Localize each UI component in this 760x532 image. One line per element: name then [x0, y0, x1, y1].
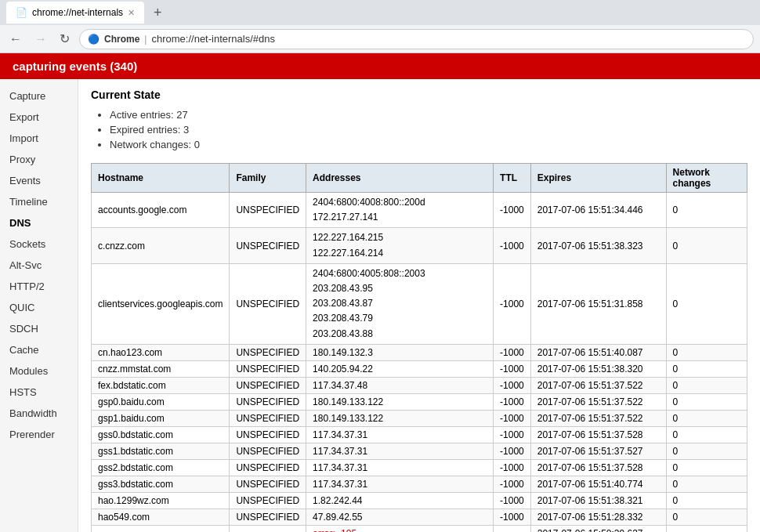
- table-cell-family: UNSPECIFIED: [230, 410, 306, 426]
- tab-close-button[interactable]: ✕: [128, 8, 135, 18]
- sidebar-item-import[interactable]: Import: [0, 128, 78, 149]
- table-cell-ttl: -1000: [494, 476, 531, 492]
- capture-bar: capturing events (340): [0, 53, 760, 79]
- table-cell-addresses: 117.34.37.31: [306, 476, 494, 492]
- table-row: gss2.bdstatic.comUNSPECIFIED117.34.37.31…: [92, 459, 747, 476]
- table-cell-ttl: -1000: [494, 525, 531, 532]
- table-cell-addresses: 180.149.133.122: [306, 410, 494, 426]
- back-button[interactable]: ←: [6, 31, 25, 48]
- table-cell-addresses: error: -105 (ERR_NAME_NOT_RESOLVED): [306, 525, 494, 532]
- table-row: hao549.comUNSPECIFIED47.89.42.55-1000201…: [92, 508, 747, 525]
- table-row: clientservices.googleapis.comUNSPECIFIED…: [92, 263, 747, 344]
- table-cell-family: UNSPECIFIED: [230, 228, 306, 263]
- table-cell-family: UNSPECIFIED: [230, 263, 306, 344]
- main-content: Current State Active entries: 27Expired …: [78, 79, 760, 532]
- table-cell-expires: 2017-07-06 15:51:38.323: [530, 228, 666, 263]
- table-row: gss1.bdstatic.comUNSPECIFIED117.34.37.31…: [92, 443, 747, 459]
- table-cell-hostname: gss3.bdstatic.com: [92, 476, 230, 492]
- table-cell-hostname: hao.1299wz.com: [92, 492, 230, 508]
- table-cell-addresses: 1.82.242.44: [306, 492, 494, 508]
- table-cell-family: UNSPECIFIED: [230, 426, 306, 443]
- chrome-icon: 🔵: [88, 34, 100, 45]
- sidebar-item-timeline[interactable]: Timeline: [0, 191, 78, 212]
- table-cell-family: UNSPECIFIED: [230, 492, 306, 508]
- table-header-expires: Expires: [530, 164, 666, 193]
- sidebar-item-hsts[interactable]: HSTS: [0, 382, 78, 403]
- table-cell-network_changes: 0: [666, 443, 747, 459]
- table-cell-network_changes: 0: [666, 492, 747, 508]
- browser-tab[interactable]: 📄 chrome://net-internals ✕: [6, 2, 144, 24]
- table-cell-ttl: -1000: [494, 426, 531, 443]
- table-cell-hostname: gss2.bdstatic.com: [92, 459, 230, 476]
- table-cell-expires: 2017-07-06 15:51:38.320: [530, 360, 666, 377]
- table-cell-network_changes: 0: [666, 228, 747, 263]
- table-cell-family: UNSPECIFIED: [230, 360, 306, 377]
- sidebar-item-sdch[interactable]: SDCH: [0, 318, 78, 339]
- table-cell-expires: 2017-07-06 15:51:37.522: [530, 410, 666, 426]
- table-cell-network_changes: 0: [666, 410, 747, 426]
- address-bar[interactable]: 🔵 Chrome | chrome://net-internals/#dns: [79, 29, 754, 49]
- table-cell-network_changes: 0: [666, 344, 747, 360]
- table-cell-ttl: -1000: [494, 377, 531, 393]
- table-cell-hostname: accounts.google.com: [92, 193, 230, 228]
- table-cell-hostname: cnzz.mmstat.com: [92, 360, 230, 377]
- table-cell-expires: 2017-07-06 15:51:37.527: [530, 443, 666, 459]
- reload-button[interactable]: ↻: [56, 30, 73, 48]
- sidebar-item-prerender[interactable]: Prerender: [0, 424, 78, 445]
- table-row: fex.bdstatic.comUNSPECIFIED117.34.37.48-…: [92, 377, 747, 393]
- table-cell-addresses: 117.34.37.48: [306, 377, 494, 393]
- sidebar-item-capture[interactable]: Capture: [0, 85, 78, 107]
- dns-table: HostnameFamilyAddressesTTLExpiresNetwork…: [91, 163, 747, 532]
- table-cell-expires: 2017-07-06 15:51:37.522: [530, 393, 666, 410]
- sidebar-item-dns[interactable]: DNS: [0, 212, 78, 233]
- table-header-addresses: Addresses: [306, 164, 494, 193]
- table-cell-ttl: -1000: [494, 508, 531, 525]
- table-header-network-changes: Network changes: [666, 164, 747, 193]
- table-cell-hostname: fex.bdstatic.com: [92, 377, 230, 393]
- table-cell-expires: 2017-07-06 15:50:39.637 [Expired]: [530, 525, 666, 532]
- state-list-item: Network changes: 0: [110, 139, 747, 150]
- sidebar-item-export[interactable]: Export: [0, 107, 78, 128]
- state-list-item: Expired entries: 3: [110, 124, 747, 136]
- browser-title-bar: 📄 chrome://net-internals ✕ +: [0, 0, 760, 25]
- table-cell-expires: 2017-07-06 15:51:37.528: [530, 426, 666, 443]
- sidebar-item-alt-svc[interactable]: Alt-Svc: [0, 255, 78, 276]
- table-cell-hostname: c.cnzz.com: [92, 228, 230, 263]
- capture-label: capturing events (340): [13, 60, 137, 73]
- table-row: gss0.bdstatic.comUNSPECIFIED117.34.37.31…: [92, 426, 747, 443]
- table-row: gsp1.baidu.comUNSPECIFIED180.149.133.122…: [92, 410, 747, 426]
- table-cell-addresses: 47.89.42.55: [306, 508, 494, 525]
- forward-button[interactable]: →: [31, 31, 50, 48]
- table-cell-addresses: 140.205.94.22: [306, 360, 494, 377]
- table-cell-addresses: 117.34.37.31: [306, 426, 494, 443]
- table-cell-network_changes: 0: [666, 360, 747, 377]
- table-header-family: Family: [230, 164, 306, 193]
- sidebar-item-modules[interactable]: Modules: [0, 360, 78, 382]
- table-cell-network_changes: 0: [666, 426, 747, 443]
- table-cell-addresses: 117.34.37.31: [306, 459, 494, 476]
- new-tab-button[interactable]: +: [150, 5, 165, 21]
- table-cell-family: UNSPECIFIED: [230, 525, 306, 532]
- table-row: c.cnzz.comUNSPECIFIED122.227.164.215 122…: [92, 228, 747, 263]
- sidebar-item-http2[interactable]: HTTP/2: [0, 276, 78, 297]
- table-cell-family: UNSPECIFIED: [230, 344, 306, 360]
- sidebar-item-bandwidth[interactable]: Bandwidth: [0, 403, 78, 424]
- table-cell-family: UNSPECIFIED: [230, 459, 306, 476]
- table-cell-ttl: -1000: [494, 459, 531, 476]
- sidebar-item-proxy[interactable]: Proxy: [0, 149, 78, 170]
- table-cell-ttl: -1000: [494, 228, 531, 263]
- table-cell-expires: 2017-07-06 15:51:40.087: [530, 344, 666, 360]
- sidebar-item-quic[interactable]: QUIC: [0, 297, 78, 318]
- tab-favicon: 📄: [16, 7, 27, 18]
- table-header-hostname: Hostname: [92, 164, 230, 193]
- sidebar-item-sockets[interactable]: Sockets: [0, 233, 78, 255]
- table-row: cn.hao123.comUNSPECIFIED180.149.132.3-10…: [92, 344, 747, 360]
- current-state-title: Current State: [91, 89, 747, 101]
- sidebar-item-cache[interactable]: Cache: [0, 339, 78, 360]
- table-cell-network_changes: 0: [666, 476, 747, 492]
- table-cell-expires: 2017-07-06 15:51:40.774: [530, 476, 666, 492]
- sidebar-item-events[interactable]: Events: [0, 170, 78, 191]
- table-cell-expires: 2017-07-06 15:51:34.446: [530, 193, 666, 228]
- app-container: CaptureExportImportProxyEventsTimelineDN…: [0, 79, 760, 532]
- table-cell-ttl: -1000: [494, 360, 531, 377]
